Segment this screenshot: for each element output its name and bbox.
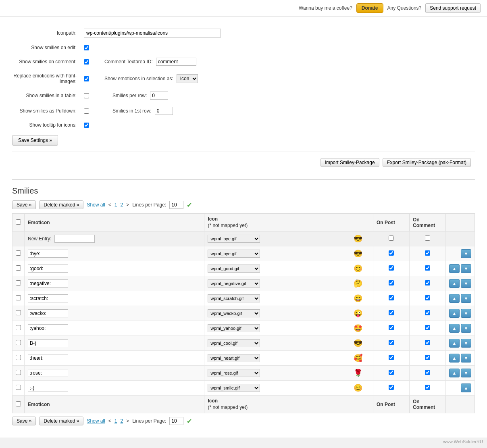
move-down-button[interactable]: ▼ (461, 309, 471, 318)
row-checkbox[interactable] (16, 265, 21, 271)
move-up-button[interactable]: ▲ (449, 324, 460, 333)
move-up-button[interactable]: ▲ (449, 279, 460, 288)
move-up-button[interactable]: ▲ (449, 339, 460, 348)
move-down-button[interactable]: ▼ (461, 354, 471, 363)
row-emoticon-input[interactable] (28, 279, 68, 288)
row-on-post-checkbox[interactable] (389, 295, 394, 300)
row-emoticon-input[interactable] (28, 354, 68, 362)
row-on-post-checkbox[interactable] (389, 385, 394, 390)
row-on-comment-checkbox[interactable] (425, 310, 430, 315)
move-up-button[interactable]: ▲ (449, 294, 460, 303)
support-button[interactable]: Send support request (425, 3, 481, 13)
row-on-post-checkbox[interactable] (389, 355, 394, 360)
move-down-button[interactable]: ▼ (461, 339, 471, 348)
delete-button-bottom[interactable]: Delete marked » (39, 417, 83, 425)
import-button[interactable]: Import Smiley-Package (321, 158, 379, 167)
new-entry-icon-select[interactable]: wpml_bye.gif (208, 235, 260, 243)
move-down-button[interactable]: ▼ (461, 369, 471, 377)
row-on-comment-checkbox[interactable] (425, 355, 430, 360)
row-on-comment-checkbox[interactable] (425, 325, 430, 330)
smilies-1st-row-input[interactable] (155, 107, 173, 115)
row-on-comment-checkbox[interactable] (425, 370, 430, 375)
row-checkbox[interactable] (16, 355, 21, 360)
new-entry-emoticon-input[interactable] (54, 235, 95, 243)
row-icon-select[interactable]: wpml_scratch.gif (208, 294, 260, 302)
show-tooltip-checkbox[interactable] (84, 123, 89, 128)
move-down-button[interactable]: ▼ (461, 324, 471, 333)
row-checkbox[interactable] (16, 385, 21, 390)
row-on-post-checkbox[interactable] (389, 250, 394, 256)
row-on-comment-checkbox[interactable] (425, 385, 430, 390)
comment-textarea-id-input[interactable] (156, 58, 196, 66)
iconpath-input[interactable] (84, 29, 221, 38)
row-icon-select[interactable]: wpml_rose.gif (208, 369, 260, 377)
move-up-button[interactable]: ▲ (449, 264, 460, 273)
row-icon-select[interactable]: wpml_wacko.gif (208, 309, 260, 317)
move-up-button[interactable]: ▲ (461, 383, 471, 392)
page1-link-bottom[interactable]: 1 (114, 418, 117, 424)
row-emoticon-input[interactable] (28, 324, 68, 332)
row-on-post-checkbox[interactable] (389, 265, 394, 271)
row-checkbox[interactable] (16, 325, 21, 330)
row-on-comment-checkbox[interactable] (425, 340, 430, 345)
row-emoticon-input[interactable] (28, 250, 68, 258)
row-emoticon-input[interactable] (28, 309, 68, 317)
row-on-post-checkbox[interactable] (389, 280, 394, 285)
select-all-checkbox-footer[interactable] (16, 401, 21, 406)
donate-button[interactable]: Donate (356, 3, 383, 13)
row-icon-select[interactable]: wpml_negative.gif (208, 279, 260, 288)
row-checkbox[interactable] (16, 280, 21, 285)
page1-link[interactable]: 1 (114, 202, 117, 208)
save-button-top[interactable]: Save » (12, 200, 36, 209)
delete-button-top[interactable]: Delete marked » (39, 200, 83, 209)
row-icon-select[interactable]: wpml_yahoo.gif (208, 324, 260, 332)
row-checkbox[interactable] (16, 370, 21, 375)
show-smilies-edit-checkbox[interactable] (84, 45, 89, 50)
row-icon-select[interactable]: wpml_cool.gif (208, 339, 260, 347)
page2-link[interactable]: 2 (120, 202, 123, 208)
lines-per-page-input-bottom[interactable] (169, 417, 183, 425)
row-on-post-checkbox[interactable] (389, 310, 394, 315)
row-icon-select[interactable]: wpml_bye.gif (208, 250, 260, 258)
move-down-button[interactable]: ▼ (461, 279, 471, 288)
row-emoticon-input[interactable] (28, 339, 68, 347)
move-up-button[interactable]: ▲ (449, 354, 460, 363)
row-checkbox[interactable] (16, 250, 21, 256)
show-all-link-bottom[interactable]: Show all (87, 418, 105, 424)
lines-per-page-input[interactable] (169, 201, 183, 209)
row-on-comment-checkbox[interactable] (425, 265, 430, 271)
row-emoticon-input[interactable] (28, 294, 68, 302)
move-down-button[interactable]: ▼ (461, 264, 471, 273)
new-entry-on-post-checkbox[interactable] (389, 235, 394, 241)
row-on-comment-checkbox[interactable] (425, 295, 430, 300)
row-icon-select[interactable]: wpml_smile.gif (208, 384, 260, 392)
export-button[interactable]: Export Smiley-Package (pak-Format) (383, 158, 471, 167)
row-on-post-checkbox[interactable] (389, 325, 394, 330)
page2-link-bottom[interactable]: 2 (120, 418, 123, 424)
row-icon-select[interactable]: wpml_good.gif (208, 265, 260, 273)
show-smilies-pulldown-checkbox[interactable] (84, 108, 89, 114)
move-down-button[interactable]: ▼ (461, 294, 471, 303)
row-on-comment-checkbox[interactable] (425, 250, 430, 256)
row-checkbox[interactable] (16, 295, 21, 300)
row-emoticon-input[interactable] (28, 369, 68, 377)
row-checkbox[interactable] (16, 310, 21, 315)
new-entry-on-comment-checkbox[interactable] (425, 235, 430, 241)
move-up-button[interactable]: ▲ (449, 309, 460, 318)
row-checkbox[interactable] (16, 340, 21, 345)
row-on-comment-checkbox[interactable] (425, 280, 430, 285)
row-icon-select[interactable]: wpml_heart.gif (208, 354, 260, 362)
row-on-post-checkbox[interactable] (389, 340, 394, 345)
save-button-bottom[interactable]: Save » (12, 417, 36, 425)
move-down-button[interactable]: ▼ (461, 249, 471, 258)
row-on-post-checkbox[interactable] (389, 370, 394, 375)
show-smilies-table-checkbox[interactable] (84, 93, 89, 98)
save-settings-button[interactable]: Save Settings » (12, 135, 58, 146)
row-emoticon-input[interactable] (28, 384, 68, 392)
show-emoticons-selection-select[interactable]: Icon Text (177, 74, 198, 83)
move-up-button[interactable]: ▲ (449, 369, 460, 377)
row-emoticon-input[interactable] (28, 265, 68, 273)
select-all-checkbox[interactable] (16, 219, 21, 225)
show-smilies-comment-checkbox[interactable] (84, 59, 89, 65)
smilies-per-row-input[interactable] (150, 92, 168, 100)
